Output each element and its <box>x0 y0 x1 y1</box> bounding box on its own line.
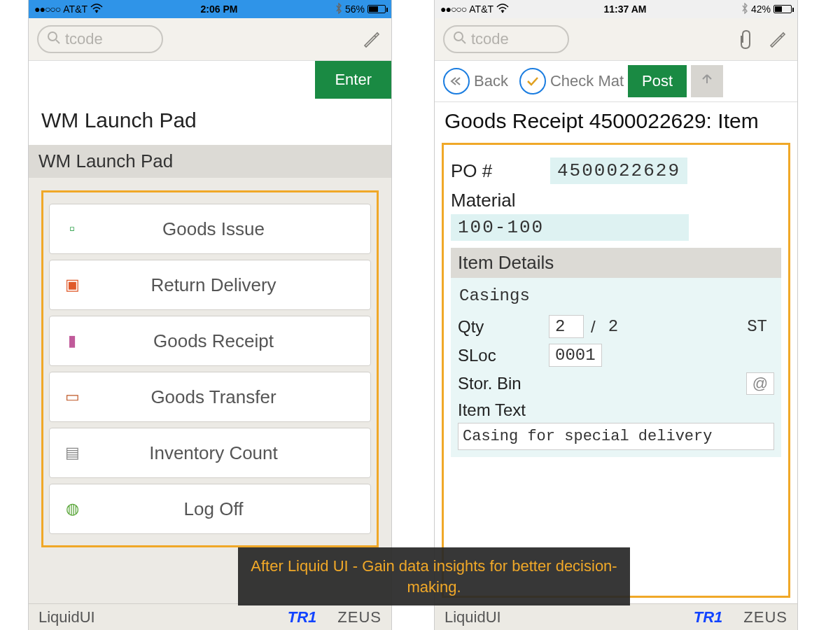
search-icon <box>47 31 61 48</box>
share-icon[interactable] <box>691 65 723 97</box>
svg-line-5 <box>462 40 465 43</box>
menu-item-return-delivery[interactable]: ▣Return Delivery <box>49 260 371 310</box>
at-icon[interactable]: @ <box>746 372 774 395</box>
globe-icon: ◍ <box>62 500 82 518</box>
menu-item-label: Return Delivery <box>97 274 358 296</box>
wifi-icon <box>90 4 103 15</box>
signal-icon: ●●○○○ <box>34 4 60 15</box>
action-bar: Back Check Mat Post <box>435 60 797 102</box>
item-details-section: Casings Qty 2 / 2 ST SLoc 0001 Stor. Bin <box>451 278 781 457</box>
po-value: 4500022629 <box>550 158 687 184</box>
item-name: Casings <box>458 282 774 309</box>
qty-separator: / <box>591 317 596 337</box>
status-bar: ●●○○○ AT&T 2:06 PM 56% <box>29 0 391 18</box>
search-row: tcode <box>435 18 797 60</box>
menu-item-label: Goods Issue <box>97 218 358 240</box>
enter-button[interactable]: Enter <box>315 61 391 99</box>
menu-item-inventory-count[interactable]: ▤Inventory Count <box>49 428 371 478</box>
footer-bar: LiquidUI TR1 ZEUS <box>435 603 797 630</box>
menu-item-goods-issue[interactable]: ▫Goods Issue <box>49 204 371 254</box>
check-button-icon[interactable] <box>519 68 546 94</box>
svg-line-2 <box>56 40 59 43</box>
footer-brand: LiquidUI <box>444 608 501 626</box>
status-bar: ●●○○○ AT&T 11:37 AM 42% <box>435 0 797 18</box>
menu-item-label: Goods Receipt <box>97 330 358 352</box>
itemtext-label: Item Text <box>458 400 774 420</box>
signal-icon: ●●○○○ <box>440 4 466 15</box>
phone-left: ●●○○○ AT&T 2:06 PM 56% tcode <box>28 0 392 630</box>
wifi-icon <box>496 4 509 15</box>
item-details-header: Item Details <box>451 248 781 278</box>
battery-icon <box>368 5 386 13</box>
screwdriver-icon[interactable] <box>765 27 789 51</box>
svg-point-0 <box>96 10 97 12</box>
copy-icon: ▭ <box>62 388 82 406</box>
carrier-label: AT&T <box>469 4 493 15</box>
menu-item-log-off[interactable]: ◍Log Off <box>49 484 371 534</box>
page-title: WM Launch Pad <box>29 99 391 145</box>
footer-server: ZEUS <box>743 608 788 626</box>
footer-server: ZEUS <box>337 608 382 626</box>
sloc-label: SLoc <box>458 346 542 365</box>
search-input[interactable]: tcode <box>443 25 569 53</box>
svg-point-4 <box>454 32 463 41</box>
svg-point-3 <box>502 10 503 12</box>
search-icon <box>453 31 467 48</box>
menu-highlight-frame: ▫Goods Issue▣Return Delivery▮Goods Recei… <box>41 190 379 547</box>
back-label[interactable]: Back <box>474 72 508 90</box>
enter-row: Enter <box>29 60 391 99</box>
storbin-label: Stor. Bin <box>458 374 542 393</box>
menu-container: ▫Goods Issue▣Return Delivery▮Goods Recei… <box>29 178 391 603</box>
search-row: tcode <box>29 18 391 60</box>
svg-point-1 <box>48 32 57 41</box>
form-body: PO # 4500022629 Material 100-100 Item De… <box>435 143 797 603</box>
menu-item-goods-transfer[interactable]: ▭Goods Transfer <box>49 372 371 422</box>
bluetooth-icon <box>335 3 342 16</box>
qty-label: Qty <box>458 317 542 337</box>
section-header: WM Launch Pad <box>29 145 391 178</box>
footer-system: TR1 <box>288 608 317 626</box>
menu-item-label: Inventory Count <box>97 442 358 464</box>
post-button[interactable]: Post <box>628 65 687 97</box>
itemtext-input[interactable]: Casing for special delivery <box>458 423 774 450</box>
clock-label: 11:37 AM <box>604 4 647 15</box>
search-input[interactable]: tcode <box>37 25 163 53</box>
qty-total: 2 <box>603 316 638 337</box>
footer-brand: LiquidUI <box>38 608 95 626</box>
search-placeholder: tcode <box>65 30 103 48</box>
calculator-icon: ▤ <box>62 444 82 462</box>
chart-icon: ▮ <box>62 332 82 350</box>
menu-item-goods-receipt[interactable]: ▮Goods Receipt <box>49 316 371 366</box>
footer-bar: LiquidUI TR1 ZEUS <box>29 603 391 630</box>
bluetooth-icon <box>741 3 748 16</box>
sloc-input[interactable]: 0001 <box>549 344 602 367</box>
phone-right: ●●○○○ AT&T 11:37 AM 42% tcode <box>434 0 798 630</box>
battery-icon <box>774 5 792 13</box>
battery-percent: 56% <box>345 4 365 15</box>
clock-label: 2:06 PM <box>201 4 238 15</box>
carrier-label: AT&T <box>63 4 88 15</box>
material-label: Material <box>451 190 781 211</box>
back-button-icon[interactable] <box>443 68 470 94</box>
truck-icon: ▣ <box>62 276 82 294</box>
caption-overlay: After Liquid UI - Gain data insights for… <box>238 547 630 606</box>
material-value[interactable]: 100-100 <box>451 214 689 241</box>
menu-item-label: Log Off <box>97 498 358 520</box>
check-material-label[interactable]: Check Mat <box>550 72 624 90</box>
qty-input[interactable]: 2 <box>549 315 584 338</box>
po-label: PO # <box>451 160 542 182</box>
form-highlight-frame: PO # 4500022629 Material 100-100 Item De… <box>442 143 790 598</box>
page-title: Goods Receipt 4500022629: Item <box>435 102 797 143</box>
menu-item-label: Goods Transfer <box>97 386 358 408</box>
screwdriver-icon[interactable] <box>359 27 383 51</box>
search-placeholder: tcode <box>471 30 509 48</box>
document-icon: ▫ <box>62 220 82 238</box>
qty-unit: ST <box>747 317 774 336</box>
battery-percent: 42% <box>751 4 771 15</box>
footer-system: TR1 <box>694 608 723 626</box>
paperclip-icon[interactable] <box>734 27 758 51</box>
